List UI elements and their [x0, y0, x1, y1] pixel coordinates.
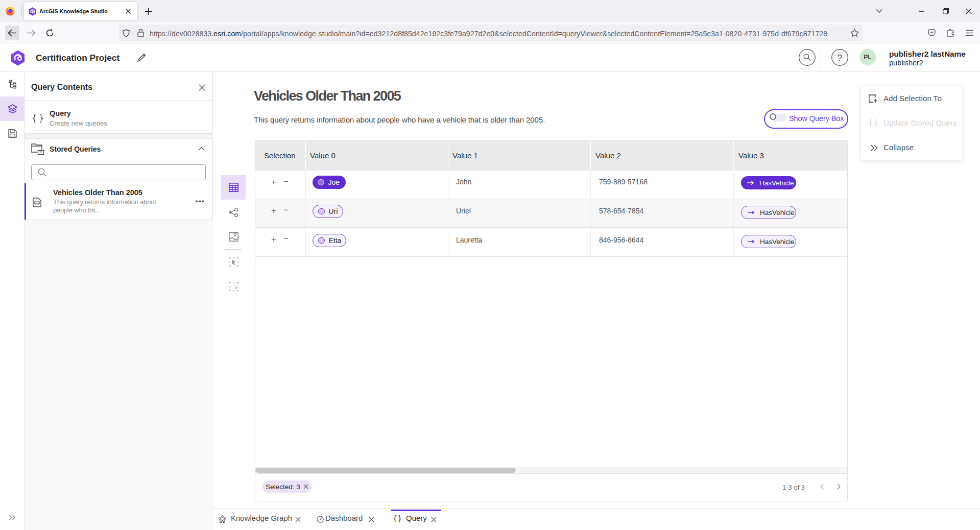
- svg-text:?: ?: [838, 53, 842, 63]
